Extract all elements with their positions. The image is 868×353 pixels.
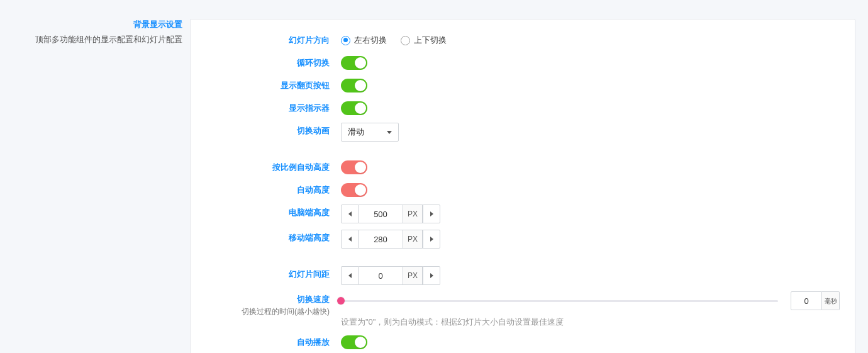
mobile-height-stepper: 280 PX <box>341 230 440 249</box>
speed-help: 设置为"0"，则为自动模式：根据幻灯片大小自动设置最佳速度 <box>341 317 564 328</box>
slider-thumb[interactable] <box>337 297 345 305</box>
radio-vertical[interactable]: 上下切换 <box>401 35 447 46</box>
increment-button[interactable] <box>423 230 440 249</box>
label-auto-height: 自动高度 <box>206 184 330 196</box>
label-direction: 幻灯片方向 <box>206 35 330 46</box>
chevron-left-icon <box>348 273 352 278</box>
speed-slider-wrap: 0 毫秒 <box>341 291 840 310</box>
label-pc-height: 电脑端高度 <box>206 207 330 218</box>
chevron-left-icon <box>348 211 352 216</box>
unit-label: PX <box>403 205 423 223</box>
speed-unit: 毫秒 <box>822 291 840 310</box>
increment-button[interactable] <box>423 205 440 223</box>
decrement-button[interactable] <box>341 230 359 249</box>
radio-horizontal[interactable]: 左右切换 <box>341 35 387 46</box>
unit-label: PX <box>403 266 423 285</box>
toggle-autoplay[interactable] <box>341 335 367 349</box>
row-mobile-height: 移动端高度 280 PX <box>206 230 840 249</box>
speed-value-box: 0 毫秒 <box>791 291 840 310</box>
label-slide-gap: 幻灯片间距 <box>206 269 330 280</box>
decrement-button[interactable] <box>341 205 359 223</box>
animation-select[interactable]: 滑动 <box>341 123 399 142</box>
chevron-right-icon <box>430 211 433 216</box>
slide-gap-stepper: 0 PX <box>341 266 440 285</box>
speed-slider[interactable] <box>341 298 778 304</box>
label-auto-height-ratio: 按比例自动高度 <box>206 162 330 173</box>
toggle-indicator[interactable] <box>341 101 367 115</box>
row-loop: 循环切换 <box>206 55 840 71</box>
row-paging: 显示翻页按钮 <box>206 77 840 94</box>
toggle-auto-height[interactable] <box>341 183 367 197</box>
row-pc-height: 电脑端高度 500 PX <box>206 205 840 223</box>
pc-height-value[interactable]: 500 <box>359 205 403 223</box>
slide-gap-value[interactable]: 0 <box>359 266 403 285</box>
row-speed: 切换速度 切换过程的时间(越小越快) 0 毫秒 设置为"0"，则为自动模式：根据… <box>206 291 840 328</box>
mobile-height-value[interactable]: 280 <box>359 230 403 249</box>
row-animation: 切换动画 滑动 <box>206 123 840 142</box>
sidebar-desc: 顶部多功能组件的显示配置和幻灯片配置 <box>13 34 182 45</box>
label-animation: 切换动画 <box>206 125 330 137</box>
radio-icon <box>401 36 410 45</box>
speed-value[interactable]: 0 <box>791 291 822 310</box>
sidebar: 背景显示设置 顶部多功能组件的显示配置和幻灯片配置 <box>13 19 182 353</box>
label-autoplay: 自动播放 <box>206 337 330 348</box>
label-paging: 显示翻页按钮 <box>206 80 330 91</box>
increment-button[interactable] <box>423 266 440 285</box>
label-loop: 循环切换 <box>206 57 330 69</box>
row-direction: 幻灯片方向 左右切换 上下切换 <box>206 32 840 48</box>
decrement-button[interactable] <box>341 266 359 285</box>
row-auto-height: 自动高度 <box>206 182 840 198</box>
chevron-right-icon <box>430 273 433 278</box>
sidebar-title: 背景显示设置 <box>13 19 182 30</box>
chevron-right-icon <box>430 237 433 242</box>
row-slide-gap: 幻灯片间距 0 PX <box>206 266 840 285</box>
label-indicator: 显示指示器 <box>206 103 330 114</box>
chevron-left-icon <box>348 237 352 242</box>
row-indicator: 显示指示器 <box>206 100 840 116</box>
toggle-loop[interactable] <box>341 56 367 70</box>
toggle-paging[interactable] <box>341 79 367 92</box>
toggle-auto-height-ratio[interactable] <box>341 160 367 174</box>
row-auto-height-ratio: 按比例自动高度 <box>206 159 840 176</box>
label-mobile-height: 移动端高度 <box>206 232 330 244</box>
label-speed: 切换速度 <box>206 294 330 305</box>
chevron-down-icon <box>387 131 392 134</box>
pc-height-stepper: 500 PX <box>341 205 440 223</box>
settings-panel: 幻灯片方向 左右切换 上下切换 循环切换 <box>190 19 855 353</box>
label-speed-sub: 切换过程的时间(越小越快) <box>206 306 330 317</box>
row-autoplay: 自动播放 <box>206 334 840 350</box>
unit-label: PX <box>403 230 423 249</box>
radio-icon <box>341 36 350 45</box>
direction-radio-group: 左右切换 上下切换 <box>341 35 447 46</box>
